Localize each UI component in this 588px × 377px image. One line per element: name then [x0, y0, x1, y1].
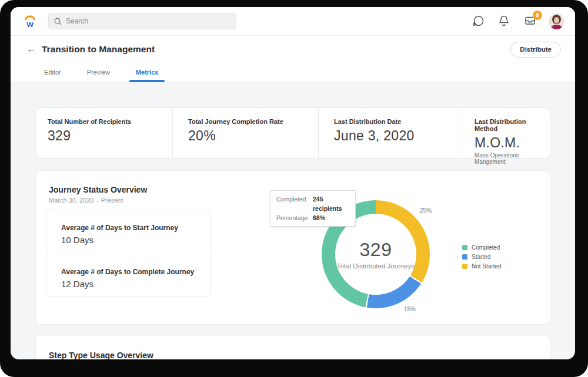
- tab-metrics[interactable]: Metrics: [136, 63, 159, 82]
- tooltip-row: Percentage 68%: [276, 213, 349, 223]
- svg-text:w: w: [26, 19, 34, 29]
- search-icon: [54, 18, 62, 25]
- top-bar: w 8: [11, 7, 575, 35]
- donut-pct-not-started: 25%: [420, 207, 432, 214]
- average-days-panel: Average # of Days to Start Journey 10 Da…: [46, 210, 211, 297]
- app-window: w 8: [11, 7, 575, 359]
- chart-tooltip: Completed 245 recipients Percentage 68%: [270, 190, 356, 227]
- donut-center-value: 329: [360, 239, 392, 261]
- chat-icon[interactable]: [472, 15, 485, 28]
- donut-pct-started: 15%: [404, 306, 416, 312]
- metric-last-distribution-date: Last Distribution Date June 3, 2020: [318, 108, 459, 158]
- tab-bar: Editor Preview Metrics: [11, 63, 575, 82]
- content-area: Total Number of Recipients 329 Total Jou…: [11, 107, 575, 359]
- inbox-badge: 8: [533, 11, 542, 20]
- step-type-usage-card: Step Type Usage Overview: [35, 335, 550, 359]
- chart-legend: Completed Started Not Started: [462, 244, 502, 272]
- search-bar[interactable]: [48, 13, 236, 29]
- page-title: Transition to Management: [42, 44, 155, 55]
- metric-label: Last Distribution Method: [475, 118, 544, 132]
- distribute-button[interactable]: Distribute: [510, 42, 561, 58]
- metric-total-recipients: Total Number of Recipients 329: [36, 108, 172, 158]
- back-arrow-icon[interactable]: ←: [26, 43, 38, 55]
- journey-status-title: Journey Status Overview: [49, 185, 147, 194]
- metric-last-distribution-method: Last Distribution Method M.O.M. Mass Ope…: [459, 108, 550, 158]
- legend-swatch-completed: [462, 245, 467, 250]
- metric-label: Total Journey Completion Rate: [188, 118, 312, 125]
- metric-label: Total Number of Recipients: [48, 118, 166, 125]
- legend-swatch-started: [462, 254, 467, 260]
- tab-preview[interactable]: Preview: [87, 63, 110, 82]
- tab-editor[interactable]: Editor: [44, 63, 61, 82]
- avg-days-start-row: Average # of Days to Start Journey 10 Da…: [47, 210, 210, 254]
- metric-value: 329: [48, 128, 166, 144]
- user-avatar[interactable]: [549, 14, 564, 29]
- metric-completion-rate: Total Journey Completion Rate 20%: [172, 108, 318, 158]
- metric-label: Last Distribution Date: [334, 118, 453, 125]
- tooltip-row: Completed 245 recipients: [276, 194, 349, 213]
- step-type-usage-title: Step Type Usage Overview: [49, 351, 153, 359]
- search-input[interactable]: [66, 17, 230, 25]
- workday-logo-icon[interactable]: w: [22, 13, 38, 29]
- journey-status-daterange: March 30, 2020 – Present: [49, 197, 123, 204]
- journey-status-card: Journey Status Overview March 30, 2020 –…: [35, 170, 550, 325]
- legend-swatch-not-started: [462, 264, 467, 269]
- metric-value: 20%: [188, 128, 312, 144]
- donut-center-label: Total Distributed Journeys: [337, 262, 415, 270]
- legend-item-started: Started: [462, 254, 502, 260]
- metric-value: June 3, 2020: [334, 128, 453, 144]
- legend-item-completed: Completed: [462, 244, 502, 251]
- inbox-icon[interactable]: 8: [524, 15, 537, 28]
- metric-value: M.O.M.: [475, 135, 544, 151]
- notifications-bell-icon[interactable]: [498, 15, 511, 28]
- metric-caption: Mass Operations Mangement: [475, 152, 544, 165]
- avg-days-complete-row: Average # of Days to Complete Journey 12…: [47, 254, 210, 297]
- summary-metrics-card: Total Number of Recipients 329 Total Jou…: [35, 107, 550, 159]
- page-header: ← Transition to Management Distribute: [11, 35, 575, 63]
- active-tab-underline: [129, 80, 165, 82]
- device-frame: w 8: [0, 0, 588, 377]
- legend-item-not-started: Not Started: [462, 263, 502, 270]
